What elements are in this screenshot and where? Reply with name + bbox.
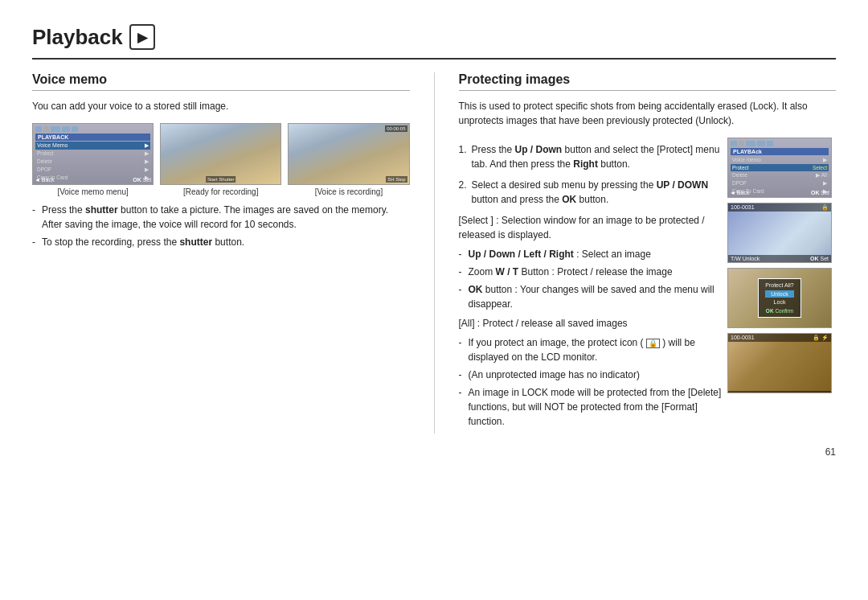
- protect-photo: 100-0031 🔒 T/W Unlock OK Set: [728, 203, 831, 262]
- voice-memo-intro: You can add your voice to a stored still…: [32, 99, 410, 113]
- bullet-shutter2: To stop the recording, press the shutter…: [32, 235, 410, 249]
- ok-set: OK Set: [810, 256, 829, 261]
- last-photo-bottombar: [728, 391, 831, 392]
- recording-photo: 00:00:05 SH Stop: [289, 124, 408, 184]
- sub-bullet-zoom: Zoom W / T Button : Protect / release th…: [459, 265, 728, 279]
- protect-info-bullets: If you protect an image, the protect ico…: [459, 335, 728, 429]
- lock-btn: Lock: [765, 298, 793, 306]
- voice-memo-images: PLAYBACK Voice Memo▶ Protect▶ Delete▶ DP…: [32, 123, 410, 196]
- pm-icon1: [731, 141, 737, 146]
- pm-back: ◄ Back: [730, 190, 749, 195]
- voice-memo-heading: Voice memo: [32, 72, 410, 91]
- play-icon: ▶: [129, 24, 155, 50]
- wt-bold: W / T: [496, 266, 519, 277]
- photo-topbar: 100-0031 🔒: [728, 203, 831, 212]
- page-number: 61: [32, 446, 836, 458]
- pm-row-delete: Delete▶ All: [731, 171, 829, 179]
- voice-menu-image: PLAYBACK Voice Memo▶ Protect▶ Delete▶ DP…: [32, 123, 154, 185]
- icon3: [51, 126, 60, 132]
- protect-dialog-title: Protect All?: [765, 282, 793, 288]
- tw-unlock: T/W Unlock: [731, 256, 760, 261]
- left-column: Voice memo You can add your voice to a s…: [32, 72, 435, 434]
- photo-bottombar: T/W Unlock OK Set: [728, 255, 831, 262]
- menu-row-delete: Delete▶: [35, 158, 150, 166]
- protect-icon-symbol: 🔒: [646, 339, 660, 348]
- voice-menu-image-col: PLAYBACK Voice Memo▶ Protect▶ Delete▶ DP…: [32, 123, 154, 196]
- protect-dialog: Protect All? Unlock Lock OK Confirm: [758, 278, 800, 318]
- ready-photo: Start Shutter: [161, 124, 280, 184]
- back-label: ◄ Back: [35, 177, 54, 183]
- last-photo-topbar: 100-0031 🔒 ⚡: [728, 334, 831, 342]
- icon5: [72, 126, 78, 132]
- menu-top-bar: [35, 126, 150, 132]
- protect-last-photo: 100-0031 🔒 ⚡: [727, 333, 832, 393]
- right-column: Protecting images This is used to protec…: [459, 72, 837, 434]
- protect-menu-screen: PLAYBAck Voice memo▶ ProtectSelect Delet…: [728, 138, 831, 197]
- icon4: [62, 126, 70, 132]
- voice-menu-label: [Voice memo menu]: [57, 187, 128, 196]
- menu-screen: PLAYBACK Voice Memo▶ Protect▶ Delete▶ DP…: [33, 124, 153, 184]
- protect-menu-box: PLAYBAck Voice memo▶ ProtectSelect Delet…: [727, 138, 832, 198]
- recording-col: 00:00:05 SH Stop [Voice is recording]: [288, 123, 409, 196]
- up-down-bold2: UP / DOWN: [657, 179, 708, 191]
- bullet-shutter1: Press the shutter button to take a pictu…: [32, 203, 410, 232]
- icon2: [43, 126, 49, 132]
- sub-bullet-ok: OK button : Your changes will be saved a…: [459, 282, 728, 311]
- protect-photo-box: 100-0031 🔒 T/W Unlock OK Set: [727, 203, 832, 263]
- pm-row-protect: ProtectSelect: [731, 164, 829, 171]
- sh-stop-overlay: SH Stop: [386, 176, 407, 183]
- menu-row-voicememo: Voice Memo▶: [35, 142, 150, 150]
- menu-bottom-bar: ◄ Back OK Set: [35, 177, 151, 183]
- ok-bold: OK: [562, 194, 576, 205]
- pm-icon5: [767, 141, 773, 146]
- photo-num: 100-0031: [731, 204, 755, 211]
- pm-icon4: [757, 141, 765, 146]
- menu-row-protect: Protect▶: [35, 150, 150, 158]
- protecting-intro: This is used to protect specific shots f…: [459, 99, 837, 128]
- bracket-all-text: [All] : Protect / release all saved imag…: [459, 316, 728, 331]
- protecting-images-heading: Protecting images: [459, 72, 837, 91]
- up-down-bold: Up / Down: [515, 144, 563, 155]
- step2: Select a desired sub menu by pressing th…: [459, 178, 728, 207]
- pm-row-voicememo: Voice memo▶: [731, 156, 829, 164]
- bracket-select-text: [Select ] : Selection window for an imag…: [459, 213, 728, 242]
- start-shutter-overlay: Start Shutter: [206, 176, 236, 183]
- ok-confirm: OK Confirm: [765, 308, 793, 314]
- protect-all-dialog-box: Protect All? Unlock Lock OK Confirm: [727, 268, 832, 328]
- pm-icon2: [739, 141, 744, 146]
- right-text-area: Press the Up / Down button and select th…: [459, 138, 728, 434]
- title-text: Playback: [32, 25, 123, 50]
- two-column-layout: Voice memo You can add your voice to a s…: [32, 72, 836, 434]
- last-photo-num: 100-0031: [731, 335, 755, 341]
- ok-label: OK Set: [133, 177, 151, 183]
- protect-icon-bullet: If you protect an image, the protect ico…: [459, 335, 728, 364]
- no-indicator-bullet: (An unprotected image has no indicator): [459, 368, 728, 382]
- pm-label: PLAYBAck: [731, 148, 829, 155]
- page-title: Playback ▶: [32, 24, 836, 50]
- right-bold: Right: [573, 158, 598, 170]
- shutter-bold2: shutter: [179, 236, 212, 248]
- last-photo-icons: 🔒 ⚡: [813, 335, 829, 341]
- pm-ok: OK Set: [811, 190, 829, 195]
- pm-icon3: [746, 141, 755, 146]
- pm-bottom: ◄ Back OK Set: [730, 190, 829, 195]
- menu-row-dpof: DPOF▶: [35, 166, 150, 174]
- sub-bullets: Up / Down / Left / Right : Select an ima…: [459, 247, 728, 311]
- recording-label: [Voice is recording]: [315, 187, 383, 196]
- unlock-btn: Unlock: [765, 290, 793, 298]
- right-content-area: Press the Up / Down button and select th…: [459, 138, 837, 434]
- photo-icons: 🔒: [821, 204, 829, 211]
- sub-bullet-updown: Up / Down / Left / Right : Select an ima…: [459, 247, 728, 261]
- step1: Press the Up / Down button and select th…: [459, 142, 728, 171]
- icon1: [35, 126, 42, 132]
- protection-steps: Press the Up / Down button and select th…: [459, 142, 728, 207]
- protect-menu-top: [731, 141, 829, 146]
- voice-memo-bullets: Press the shutter button to take a pictu…: [32, 203, 410, 249]
- right-sidebar-images: PLAYBAck Voice memo▶ ProtectSelect Delet…: [727, 138, 836, 434]
- timer-overlay: 00:00:05: [385, 125, 407, 132]
- recording-image: 00:00:05 SH Stop: [288, 123, 409, 185]
- pm-row-dpof: DPOF▶: [731, 179, 829, 187]
- menu-label: PLAYBACK: [35, 134, 150, 141]
- lock-mode-bullet: An image in LOCK mode will be protected …: [459, 385, 728, 429]
- top-divider: [32, 58, 836, 60]
